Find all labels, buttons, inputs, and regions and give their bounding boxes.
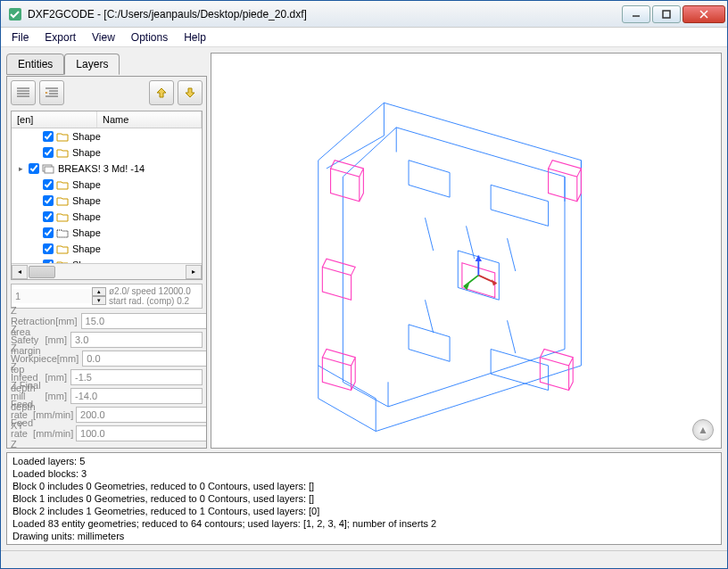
- menu-export[interactable]: Export: [37, 29, 83, 45]
- titlebar[interactable]: DXF2GCODE - [C:/Users/jeanpauls/Desktop/…: [1, 1, 727, 28]
- menu-help[interactable]: Help: [177, 29, 213, 45]
- move-down-button[interactable]: [178, 80, 203, 105]
- menu-file[interactable]: File: [4, 29, 36, 45]
- log-line: Block 0 includes 0 Geometries, reduced t…: [12, 480, 716, 492]
- spin-up-icon[interactable]: ▴: [92, 287, 106, 296]
- client-area: Entities Layers [en] Name: [1, 47, 727, 550]
- param-input[interactable]: [76, 425, 207, 441]
- tree-row[interactable]: Shane: [12, 257, 202, 263]
- app-icon: [8, 7, 22, 21]
- tree-row[interactable]: Shape: [12, 144, 202, 161]
- svg-line-7: [508, 238, 516, 271]
- row-name: Shape: [72, 227, 101, 238]
- view-home-button[interactable]: ▲: [692, 419, 714, 441]
- viewport-3d[interactable]: ▲: [211, 53, 722, 449]
- row-name: Shape: [72, 195, 101, 206]
- param-input[interactable]: [70, 388, 203, 404]
- move-up-button[interactable]: [149, 80, 174, 105]
- menu-options[interactable]: Options: [124, 29, 175, 45]
- row-checkbox[interactable]: [43, 227, 54, 238]
- tool-info: ø2.0/ speed 12000.0start rad. (comp) 0.2: [106, 285, 202, 307]
- tab-entities[interactable]: Entities: [6, 54, 64, 75]
- tree-row[interactable]: Shape: [12, 128, 202, 144]
- param-row: Feed rate Z[mm/min]: [11, 425, 203, 442]
- scroll-thumb[interactable]: [29, 266, 55, 278]
- row-name: Shape: [72, 211, 101, 222]
- align-left-button[interactable]: [11, 80, 36, 105]
- param-input[interactable]: [70, 332, 203, 348]
- row-checkbox[interactable]: [43, 131, 54, 142]
- tree-hscrollbar[interactable]: ◂ ▸: [12, 263, 202, 279]
- tab-layers[interactable]: Layers: [64, 54, 120, 75]
- maximize-button[interactable]: [652, 5, 681, 23]
- menu-view[interactable]: View: [85, 29, 122, 45]
- row-checkbox[interactable]: [43, 195, 54, 206]
- close-button[interactable]: [682, 5, 725, 23]
- folder-icon: [56, 147, 69, 158]
- row-checkbox[interactable]: [29, 163, 39, 174]
- folder-icon: [56, 211, 69, 222]
- tool-number-input[interactable]: [12, 289, 92, 303]
- layer-toolbar: [11, 80, 203, 107]
- svg-rect-2: [663, 11, 670, 18]
- window-title: DXF2GCODE - [C:/Users/jeanpauls/Desktop/…: [28, 8, 622, 21]
- tree-row[interactable]: Shape: [12, 225, 202, 241]
- layer-tree[interactable]: [en] Name ShapeShape▸BREAKS! 3 Md! -14Sh…: [11, 111, 203, 280]
- row-name: Shape: [72, 131, 101, 142]
- tree-col-enable[interactable]: [en]: [12, 111, 97, 128]
- param-input[interactable]: [82, 350, 207, 367]
- indent-button[interactable]: [39, 80, 64, 105]
- row-checkbox[interactable]: [43, 211, 54, 222]
- svg-rect-4: [45, 167, 54, 173]
- row-name: Shape: [72, 243, 101, 254]
- log-line: Loaded blocks: 3: [12, 467, 716, 480]
- row-name: BREAKS! 3 Md! -14: [58, 163, 145, 174]
- log-console[interactable]: Loaded layers: 5Loaded blocks: 3Block 0 …: [6, 452, 722, 545]
- tree-row[interactable]: ▸BREAKS! 3 Md! -14: [12, 161, 202, 177]
- minimize-button[interactable]: [622, 5, 650, 23]
- param-input[interactable]: [70, 369, 203, 385]
- param-unit: [mm]: [55, 316, 80, 326]
- scroll-right-icon[interactable]: ▸: [186, 265, 202, 279]
- panel-tabs: Entities Layers: [6, 53, 207, 74]
- layers-icon: [42, 163, 54, 174]
- param-unit: [mm]: [46, 372, 70, 383]
- param-input[interactable]: [76, 407, 207, 423]
- side-panel: Entities Layers [en] Name: [6, 53, 207, 449]
- row-name: Shape: [72, 179, 101, 190]
- scroll-left-icon[interactable]: ◂: [12, 265, 28, 279]
- tree-row[interactable]: Shape: [12, 193, 202, 209]
- param-input[interactable]: [81, 313, 207, 329]
- param-unit: [mm]: [57, 353, 82, 364]
- svg-line-9: [508, 320, 516, 353]
- folder-sel-icon: [56, 227, 69, 238]
- row-checkbox[interactable]: [43, 147, 54, 158]
- parameter-list: Z Retraction area[mm]Z Safety margin[mm]…: [11, 312, 203, 442]
- tree-row[interactable]: Shape: [12, 241, 202, 257]
- param-row: Feed rate XY[mm/min]: [11, 406, 203, 424]
- row-name: Shape: [72, 147, 101, 158]
- folder-icon: [56, 243, 69, 254]
- row-checkbox[interactable]: [43, 243, 54, 254]
- param-unit: [mm/min]: [33, 409, 76, 420]
- svg-line-5: [425, 218, 433, 251]
- param-unit: [mm]: [46, 391, 70, 401]
- folder-icon: [56, 179, 69, 190]
- tree-row[interactable]: Shape: [12, 177, 202, 193]
- svg-line-12: [464, 276, 479, 287]
- tree-row[interactable]: Shape: [12, 209, 202, 225]
- param-label: Feed rate Z: [11, 417, 33, 449]
- log-line: Loaded layers: 5: [12, 455, 716, 467]
- spin-down-icon[interactable]: ▾: [92, 296, 106, 305]
- log-line: Drawing units: millimeters: [12, 530, 716, 542]
- log-line: Block 1 includes 0 Geometries, reduced t…: [12, 492, 716, 505]
- app-window: DXF2GCODE - [C:/Users/jeanpauls/Desktop/…: [0, 0, 728, 569]
- log-line: Loaded 83 entity geometries; reduced to …: [12, 517, 716, 530]
- log-line: Block 2 includes 1 Geometries, reduced t…: [12, 505, 716, 517]
- svg-line-8: [425, 300, 433, 333]
- row-checkbox[interactable]: [43, 179, 54, 190]
- menubar: File Export View Options Help: [1, 28, 727, 47]
- param-row: Z Final mill depth[mm]: [11, 387, 203, 405]
- folder-icon: [56, 131, 69, 142]
- tree-col-name[interactable]: Name: [97, 111, 202, 128]
